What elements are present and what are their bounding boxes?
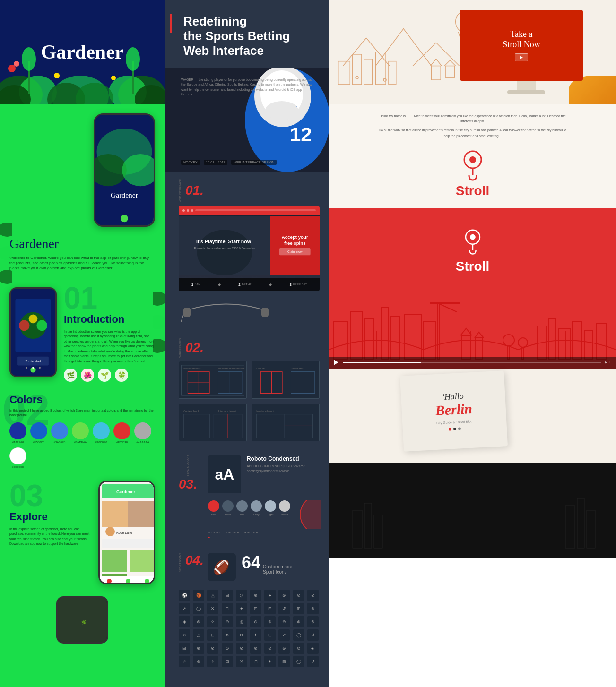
icon-cell: ↺ (278, 603, 290, 614)
icon-cell: ⊞ (293, 603, 304, 614)
palette-item-4: Gray (251, 500, 262, 529)
dot-1 (182, 209, 185, 212)
svg-point-29 (37, 320, 48, 331)
swatch-circle-7 (134, 422, 151, 439)
palette-label-6: White (281, 513, 288, 516)
hello-text: 'Hallo (442, 391, 464, 402)
bet-2: 2 BET 42 (238, 283, 251, 287)
svg-point-126 (470, 234, 476, 240)
count-labels: Custom made Sport Icons (263, 564, 292, 575)
icon-cell: ⊗ (278, 590, 290, 601)
video-time: ▶ ⏸ (605, 361, 611, 364)
intro-number: 01 (64, 283, 155, 313)
swatch-label-2: #1560C8 (33, 441, 44, 444)
icon-cell: ⊟ (278, 656, 290, 667)
stroll-red-block: Stroll (329, 208, 616, 293)
svg-text:Content block: Content block (183, 410, 200, 412)
svg-rect-77 (261, 308, 269, 317)
monitor-base (507, 90, 545, 94)
video-bar: ▶ ⏸ (329, 357, 616, 369)
icon-cell: ◯ (293, 629, 304, 641)
icon-cell: △ (207, 590, 218, 601)
svg-rect-43 (102, 539, 154, 548)
play-button[interactable] (334, 360, 339, 365)
mockup-header (179, 206, 320, 215)
svg-text:free spins: free spins (284, 240, 306, 246)
mockup-content: It's Playtime. Start now! Formerly play … (179, 215, 320, 278)
palette-label-4: Gray (253, 513, 259, 516)
wireframe-2: Live on Teams Bet (252, 361, 320, 399)
palette-label-5: Light (267, 513, 273, 516)
font-aA-sample: aA (215, 466, 234, 483)
swatch-label-1: #1A2FA0 (12, 441, 24, 444)
sports-title: Redefining the Sports Betting Web Interf… (174, 14, 320, 59)
icon-cell: ⊓ (250, 656, 261, 667)
palette-item-6: White (279, 500, 290, 529)
phone-screen-2: Tap to start (11, 289, 55, 376)
middle-column: Redefining the Sports Betting Web Interf… (165, 0, 329, 687)
soccer-ball (293, 500, 321, 529)
palette-item-1: Red (208, 500, 219, 529)
phone-intro-section: Tap to start 01 Introduction In the intr… (0, 276, 165, 389)
wireframe-grid: Hottest Bettors Recommended Bettors Live… (179, 361, 320, 441)
stroll-logo-container: Stroll (456, 148, 490, 198)
font-row: aA Roboto Condensed ABCDEFGHIJKLMNOPQRST… (208, 455, 321, 493)
palette-dot-4 (251, 500, 262, 512)
plant-icon-1: 🌿 (64, 369, 77, 382)
colors-desc: In this project I have added 8 colors of… (9, 408, 155, 418)
left-column: Gardener Gardener Gardener Welcome to Ga… (0, 0, 165, 687)
hex-1: #CC1212 (208, 531, 220, 534)
divider (247, 475, 321, 475)
svg-point-123 (469, 156, 476, 163)
swatch-1: #1A2FA0 (9, 422, 26, 444)
count-label-2: Sport Icons (263, 569, 292, 575)
svg-point-27 (19, 320, 30, 331)
svg-text:Recommended Bettors: Recommended Bettors (218, 367, 244, 370)
svg-point-33 (26, 367, 27, 369)
icon-cell: 🏀 (193, 590, 204, 601)
svg-text:Interface layout: Interface layout (218, 410, 236, 412)
plant-icon-3: 🌱 (98, 369, 111, 382)
svg-point-28 (29, 315, 38, 324)
swatch-circle-4 (72, 422, 89, 439)
icon-cell: ✧ (207, 616, 218, 627)
explore-title: Explore (9, 511, 91, 523)
swatch-label-5: #40C0E0 (95, 441, 107, 444)
icon-cell: ✦ (236, 603, 247, 614)
svg-text:It's Playtime. Start now!: It's Playtime. Start now! (196, 239, 252, 244)
sports-header: Redefining the Sports Betting Web Interf… (165, 0, 329, 68)
icon-cell: ⊞ (222, 590, 233, 601)
swatch-circle-2 (30, 422, 47, 439)
stroll-pin-icon (459, 148, 487, 181)
typography-content: aA Roboto Condensed ABCDEFGHIJKLMNOPQRST… (208, 455, 321, 539)
icon-cell: ◯ (193, 603, 204, 614)
svg-point-12 (54, 73, 60, 78)
dublin-content: 'Hello Dublin (329, 463, 616, 558)
plant-icon-2: 🌺 (81, 369, 94, 382)
icon-cell: ◎ (236, 590, 247, 601)
bet-3: 3 FREE BET (289, 283, 307, 287)
svg-point-64 (265, 101, 298, 120)
stroll-brand-white: Stroll (456, 259, 490, 274)
vert-label-03: TYPE & COLOR (186, 455, 189, 476)
monitor-play-btn[interactable]: ▶ (515, 53, 528, 61)
icon-cell: ⊗ (207, 643, 218, 654)
icon-cell: ↺ (307, 629, 319, 641)
svg-point-13 (111, 76, 116, 80)
icon-cell: ⊚ (293, 643, 304, 654)
icon-cell: ⊕ (193, 643, 204, 654)
svg-text:Teams Bet: Teams Bet (291, 367, 303, 370)
gardener-header: Gardener (0, 0, 165, 104)
icon-cell: ✦ (250, 629, 261, 641)
football-hero: 12 WAGER — the strong player or for-purp… (165, 68, 329, 172)
vert-label-02: WIREFRAMES (179, 338, 182, 358)
explore-desc: In the explore screen of gardener, Here … (9, 527, 91, 547)
palette-dot-1 (208, 500, 219, 512)
icon-cell: ⊗ (307, 616, 319, 627)
gardener-desc: Welcome to Gardener, where you can see w… (9, 255, 155, 271)
section-04-header: SPORT ICONS 04. 🏈 64 Custom made Sport I… (179, 553, 320, 586)
palette-dot-2 (222, 500, 234, 512)
svg-text:🌿: 🌿 (81, 620, 86, 625)
section-04: SPORT ICONS 04. 🏈 64 Custom made Sport I… (165, 546, 329, 674)
stroll-hero: Take a Stroll Now ▶ (329, 0, 616, 104)
